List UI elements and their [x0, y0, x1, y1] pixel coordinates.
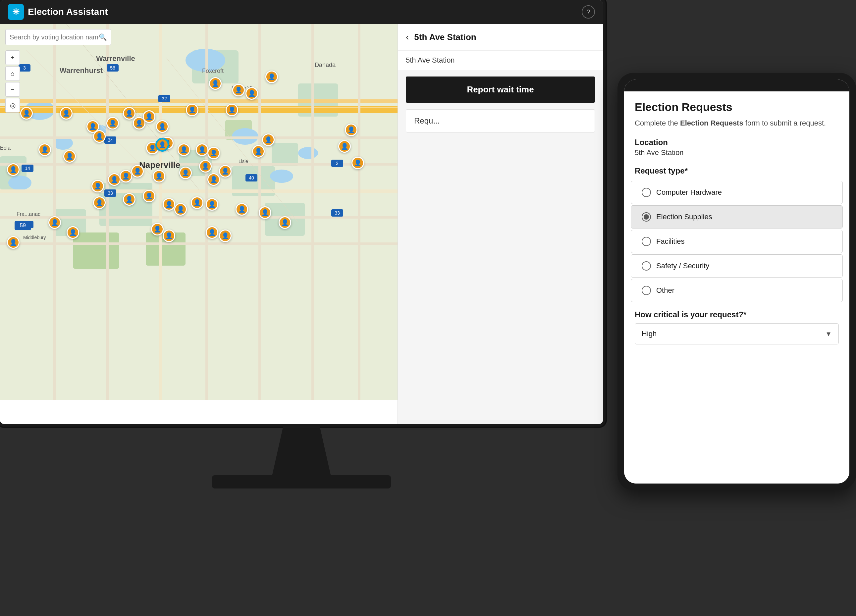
map-pin[interactable]: 👤 — [143, 190, 155, 202]
map-pin[interactable]: 👤 — [106, 117, 119, 129]
map-pin[interactable]: 👤 — [48, 216, 61, 229]
radio-safety-security[interactable]: Safety / Security — [631, 254, 843, 278]
back-button[interactable]: ‹ — [406, 32, 409, 42]
map-pin[interactable]: 👤 — [196, 143, 208, 156]
phone-overlay: Election Requests Complete the Election … — [617, 73, 856, 490]
station-title: 5th Ave Station — [414, 32, 476, 42]
map-pin[interactable]: 👤 — [279, 216, 291, 229]
map-pin[interactable]: 👤 — [60, 107, 72, 120]
radio-label-other: Other — [656, 286, 674, 295]
map-pin[interactable]: 👤 — [38, 143, 51, 156]
map-pin[interactable]: 👤 — [123, 107, 135, 120]
home-button[interactable]: ⌂ — [5, 66, 20, 81]
map-pin[interactable]: 👤 — [7, 236, 20, 249]
main-content: 🔍 + ⌂ − ◎ — [0, 24, 603, 424]
map-pin[interactable]: 👤 — [177, 143, 190, 156]
map-pin[interactable]: 👤 — [156, 120, 169, 133]
radio-circle-computer-hardware — [642, 188, 651, 197]
map-pin[interactable]: 👤 — [151, 223, 164, 235]
map-pin[interactable]: 👤 — [265, 71, 278, 83]
desc-end: form to submit a request. — [744, 119, 826, 127]
election-requests-desc: Complete the Election Requests form to s… — [624, 118, 849, 135]
map-pin[interactable]: 👤 — [206, 226, 218, 239]
map-pin[interactable]: 👤 — [179, 167, 192, 179]
radio-facilities[interactable]: Facilities — [631, 230, 843, 253]
critical-label: How critical is your request?* — [635, 310, 839, 319]
map-pin[interactable]: 👤 — [236, 203, 248, 216]
radio-circle-safety-security — [642, 261, 651, 270]
app-header: ✳ Election Assistant ? — [0, 0, 603, 24]
map-pin[interactable]: 👤 — [186, 104, 199, 116]
panel-header: ‹ 5th Ave Station — [398, 24, 603, 51]
monitor-stand-neck — [272, 425, 331, 478]
map-pin[interactable]: 👤 — [232, 84, 245, 96]
map-pin[interactable]: 👤 — [120, 170, 132, 183]
map-pin-selected[interactable]: 👤 — [156, 138, 169, 151]
map-pin[interactable]: 👤 — [66, 226, 79, 239]
map-pin[interactable]: 👤 — [209, 77, 222, 90]
map-pin[interactable]: 👤 — [226, 104, 238, 116]
radio-label-facilities: Facilities — [656, 237, 685, 246]
radio-election-supplies[interactable]: Election Supplies — [631, 205, 843, 229]
map-pin[interactable]: 👤 — [7, 163, 20, 176]
critical-select-value: High — [642, 330, 657, 338]
phone-screen: Election Requests Complete the Election … — [624, 80, 849, 484]
map-pin[interactable]: 👤 — [351, 157, 364, 169]
phone-panel-content: Election Requests Complete the Election … — [624, 91, 849, 484]
zoom-in-button[interactable]: + — [5, 50, 20, 65]
map-pin[interactable]: 👤 — [163, 198, 175, 210]
map-pin[interactable]: 👤 — [93, 197, 106, 209]
election-requests-title: Election Requests — [624, 91, 849, 118]
map-pin[interactable]: 👤 — [338, 140, 351, 153]
radio-label-computer-hardware: Computer Hardware — [656, 188, 722, 197]
phone-top-bar — [624, 80, 849, 91]
monitor-stand-base — [212, 475, 391, 488]
location-value: 5th Ave Station — [624, 148, 849, 164]
map-pin[interactable]: 👤 — [252, 145, 265, 158]
map-pin[interactable]: 👤 — [20, 107, 33, 120]
map-pin[interactable]: 👤 — [123, 193, 135, 206]
radio-computer-hardware[interactable]: Computer Hardware — [631, 181, 843, 204]
map-pin[interactable]: 👤 — [206, 198, 218, 210]
map-pin[interactable]: 👤 — [259, 206, 271, 219]
radio-label-election-supplies: Election Supplies — [656, 213, 712, 221]
location-button[interactable]: ◎ — [5, 98, 20, 113]
map-pin[interactable]: 👤 — [345, 123, 357, 136]
map-pin[interactable]: 👤 — [143, 110, 155, 123]
map-pin[interactable]: 👤 — [63, 150, 76, 163]
map-pin[interactable]: 👤 — [245, 87, 258, 100]
request-type-label: Request type* — [624, 164, 849, 180]
map-controls: + ⌂ − ◎ — [5, 50, 20, 113]
app-logo: ✳ Election Assistant — [8, 4, 108, 20]
map-pin[interactable]: 👤 — [219, 229, 232, 242]
radio-circle-other — [642, 286, 651, 295]
map-pin[interactable]: 👤 — [199, 160, 212, 172]
zoom-out-button[interactable]: − — [5, 82, 20, 97]
help-button[interactable]: ? — [582, 5, 595, 18]
radio-other[interactable]: Other — [631, 279, 843, 302]
map-pin[interactable]: 👤 — [108, 173, 120, 186]
map-pin[interactable]: 👤 — [93, 130, 106, 143]
map-pin[interactable]: 👤 — [91, 180, 104, 192]
map-pin[interactable]: 👤 — [207, 147, 220, 159]
map-pin[interactable]: 👤 — [163, 229, 175, 242]
station-subtitle: 5th Ave Station — [398, 51, 603, 70]
desc-plain: Complete the — [635, 119, 680, 127]
requests-tab[interactable]: Requ... — [406, 109, 595, 132]
monitor-screen: ✳ Election Assistant ? 🔍 + ⌂ − — [0, 0, 603, 424]
logo-icon: ✳ — [8, 4, 24, 20]
map-pin[interactable]: 👤 — [219, 165, 232, 178]
search-input[interactable] — [9, 34, 99, 41]
search-icon: 🔍 — [99, 33, 107, 41]
report-wait-button[interactable]: Report wait time — [406, 77, 595, 103]
radio-circle-facilities — [642, 237, 651, 246]
critical-section: How critical is your request?* High ▼ — [624, 303, 849, 347]
map-pin[interactable]: 👤 — [262, 134, 275, 146]
radio-circle-election-supplies — [642, 212, 651, 221]
critical-select[interactable]: High ▼ — [635, 323, 839, 344]
map-pin[interactable]: 👤 — [207, 173, 220, 186]
map-pin[interactable]: 👤 — [131, 165, 144, 178]
map-pin[interactable]: 👤 — [174, 203, 187, 216]
map-pin[interactable]: 👤 — [153, 170, 165, 183]
map-pin[interactable]: 👤 — [191, 197, 203, 209]
